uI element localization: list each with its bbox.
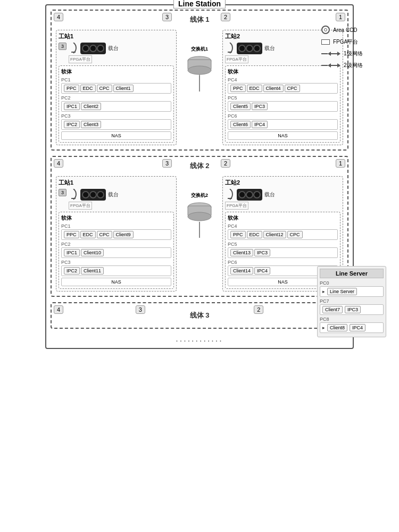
badge-4-1: 4 (54, 13, 63, 21)
station1-block: 工站1 3 (56, 30, 177, 145)
ls-pc0-module: Line Server (327, 288, 357, 295)
xian-ti-2-box: 4 3 2 1 线体 2 工站1 3 (51, 156, 348, 297)
pc1-edc: EDC (80, 85, 96, 92)
ls-arrow-8: ▸ (322, 325, 325, 330)
ruanti1-title: 软体 (61, 68, 171, 76)
fpga2-label: FPGA平台 (225, 55, 248, 63)
line-station-title: Line Station (173, 0, 226, 9)
ruanti2-box: 软体 PC4 PPC EDC Client4 CPC (225, 65, 340, 143)
fpga3-label: FPGA平台 (69, 202, 92, 210)
nas2-box: NAS (228, 131, 338, 140)
pc4-row: PC4 PPC EDC Client4 CPC (228, 77, 338, 94)
pc1-label: PC1 (61, 77, 171, 82)
xian-ti-1-label: 线体 1 (190, 15, 210, 24)
line-server-box: Line Server PC0 ▸ Line Server PC7 Client… (317, 266, 386, 337)
badge-1-2: 1 (336, 159, 345, 168)
station1-2-badge3: 3 (59, 189, 66, 196)
ls-pc0-row: PC0 ▸ Line Server (320, 280, 384, 297)
nas1-box: NAS (61, 131, 171, 140)
switch1-label: 交换机1 (191, 46, 208, 53)
switch1-icon (186, 54, 213, 76)
gongzhan1-box: 工站1 3 (56, 30, 177, 145)
pc6-client6: Client6 (230, 121, 251, 128)
pc1-client1: Client1 (113, 85, 134, 92)
arrow-head-right (337, 52, 340, 56)
legend-box: Area CCD FPGA平台 1级网络 2级网络 (321, 26, 390, 73)
switch2-line-down (199, 222, 200, 238)
pc1-cpc: CPC (97, 85, 112, 92)
ls-pc8-ipc4: IPC4 (350, 324, 365, 331)
pc5-client5: Client5 (230, 103, 251, 110)
ruanti3-box: 软体 PC1 PPC EDC CPC Client9 (59, 212, 174, 289)
level1-network-label: 1级网络 (344, 50, 363, 57)
pc1-inner: PPC EDC CPC Client1 (61, 83, 171, 94)
pc4-cpc: CPC (285, 85, 300, 92)
badge-3-3: 3 (136, 305, 145, 314)
pc1b-inner: PPC EDC CPC Client9 (61, 229, 171, 240)
pc1b-label: PC1 (61, 223, 171, 229)
xian-ti-1-box: 4 3 2 1 线体 1 工站1 3 (51, 10, 348, 151)
switch1-line-down (199, 76, 200, 92)
fpga1-label: FPGA平台 (69, 55, 92, 63)
daita2-label: 载台 (264, 45, 275, 52)
ls-pc7-client7: Client7 (322, 306, 343, 313)
ls-pc8-inner: ▸ Client8 IPC4 (320, 322, 384, 333)
badge-2-3: 2 (254, 305, 263, 314)
badge-3-2: 3 (162, 159, 172, 168)
pc4b-label: PC4 (228, 223, 338, 229)
lens-8 (89, 191, 97, 198)
arrow-left-dashed (321, 65, 328, 66)
svg-point-6 (188, 212, 211, 221)
gongzhan2-title-2: 工站2 (225, 179, 340, 187)
pc2b-ipc1: IPC1 (64, 249, 80, 256)
line-station-box: Line Station 4 3 2 1 线体 1 工站1 3 (45, 4, 354, 349)
ls-pc7-ipc3: IPC3 (345, 306, 361, 313)
legend-level2: 2级网络 (321, 62, 390, 69)
pc4b-edc: EDC (247, 231, 262, 238)
camera-arm-icon-4 (225, 189, 235, 201)
pc5b-ipc3: IPC3 (254, 249, 270, 256)
lens-3 (97, 45, 104, 52)
pc5b-client13: Client13 (230, 249, 253, 256)
camera-body-3 (80, 189, 106, 201)
badge-1-1: 1 (336, 13, 345, 21)
pc3b-label: PC3 (61, 260, 171, 265)
dots-row: ............ (51, 334, 348, 344)
pc4b-inner: PPC EDC Client12 CPC (228, 229, 338, 240)
arrow-left (321, 53, 328, 54)
pc2-client2: Client2 (81, 103, 101, 110)
pc3-client3: Client3 (81, 121, 101, 128)
ls-pc8-client8: Client8 (327, 324, 347, 331)
area-ccd-label: Area CCD (333, 27, 358, 33)
pc4b-cpc: CPC (287, 231, 303, 238)
stations-row-2: 工站1 3 (56, 176, 343, 292)
pc6-ipc4: IPC4 (252, 121, 268, 128)
pc4-inner: PPC EDC Client4 CPC (228, 83, 338, 94)
ls-pc7-row: PC7 Client7 IPC3 (320, 298, 384, 315)
ls-pc0-inner: ▸ Line Server (320, 286, 384, 297)
svg-point-2 (188, 66, 211, 74)
daita1-label: 载台 (108, 45, 119, 52)
gongzhan1-title-2: 工站1 (59, 179, 174, 187)
camera-arm-icon-2 (225, 43, 235, 54)
xian-ti-2-label: 线体 2 (190, 161, 210, 171)
lens-10 (238, 191, 246, 198)
level2-network-label: 2级网络 (344, 62, 363, 69)
area-ccd-inner (324, 28, 327, 31)
pc2-inner: IPC1 Client2 (61, 101, 171, 112)
pc3b-ipc2: IPC2 (64, 267, 80, 275)
legend-level1: 1级网络 (321, 50, 390, 57)
pc6-row: PC6 Client6 IPC4 (228, 113, 338, 130)
pc1b-ppc: PPC (64, 231, 79, 238)
xian-ti-3-box: 4 3 2 1 线体 3 (51, 302, 348, 329)
ls-arrow-0: ▸ (322, 289, 325, 294)
lens-7 (82, 191, 89, 198)
pc5-label: PC5 (228, 95, 338, 101)
ruanti1-box: 软体 PC1 PPC EDC CPC Client1 (59, 65, 174, 143)
pc6b-label: PC6 (228, 260, 338, 265)
ls-pc7-label: PC7 (320, 298, 384, 304)
ls-pc7-inner: Client7 IPC3 (320, 304, 384, 315)
pc2b-client10: Client10 (81, 249, 104, 256)
pc2b-row: PC2 IPC1 Client10 (61, 242, 171, 258)
pc5b-inner: Client13 IPC3 (228, 247, 338, 258)
